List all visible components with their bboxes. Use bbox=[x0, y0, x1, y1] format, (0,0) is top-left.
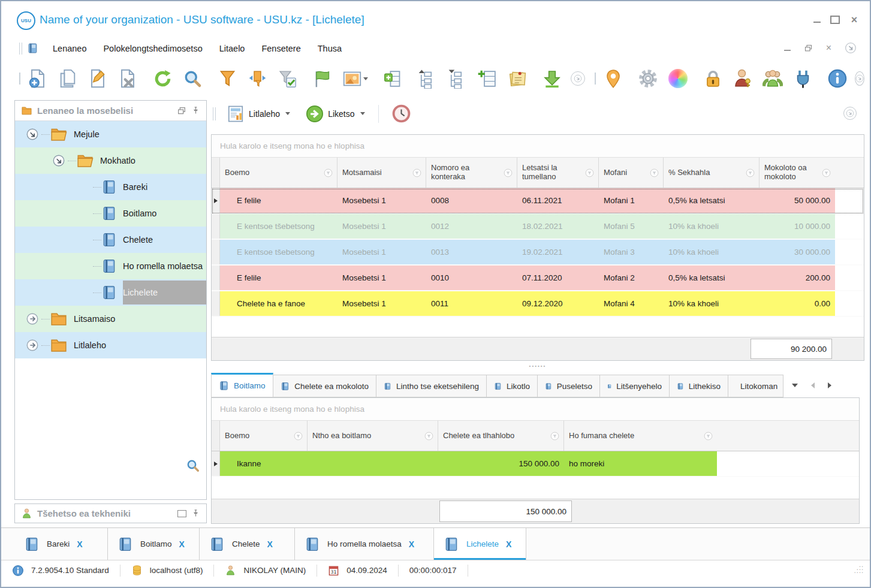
actions-button[interactable]: Liketso bbox=[301, 102, 369, 125]
collapse-all-button[interactable] bbox=[411, 67, 434, 90]
tree-item-mokhatlo[interactable]: Mokhatlo bbox=[15, 147, 206, 174]
detail-tab-litokomane[interactable]: Litokoman bbox=[728, 375, 783, 397]
group-by-panel[interactable]: Hula karolo e itseng mona ho e hlophisa bbox=[212, 135, 864, 158]
notes-button[interactable] bbox=[506, 67, 529, 90]
filter-apply-button[interactable] bbox=[276, 67, 299, 90]
close-button[interactable]: × bbox=[849, 16, 859, 24]
plugin-button[interactable] bbox=[791, 67, 814, 90]
column-header-chelete-ea-tlhahlobo[interactable]: Chelete ea tlhahlobo bbox=[438, 421, 564, 451]
menu-litaelo[interactable]: Litaelo bbox=[211, 40, 254, 57]
column-header-boemo[interactable]: Boemo bbox=[220, 421, 308, 451]
filter-icon[interactable] bbox=[323, 168, 333, 178]
tree-item-litsamaiso[interactable]: Litsamaiso bbox=[15, 306, 206, 332]
group-by-panel[interactable]: Hula karolo e itseng mona ho e hlophisa bbox=[212, 398, 859, 421]
settings-gear-button[interactable] bbox=[637, 67, 659, 90]
scheduler-button[interactable] bbox=[387, 102, 415, 125]
tree-search-button[interactable] bbox=[186, 459, 200, 473]
location-button[interactable] bbox=[602, 67, 625, 90]
column-header-sekhahla[interactable]: % Sekhahla bbox=[664, 158, 760, 188]
menu-thusa[interactable]: Thusa bbox=[309, 40, 350, 57]
reports-dropdown-caret-icon[interactable] bbox=[285, 112, 290, 115]
menu-drag-handle[interactable] bbox=[19, 43, 22, 55]
doc-tab-boitlamo[interactable]: Boitlamo X bbox=[108, 528, 200, 560]
table-row[interactable]: E kentsoe tšebetsong Mosebetsi 1 0013 19… bbox=[212, 240, 864, 266]
subtoolbar-drag-handle[interactable] bbox=[213, 107, 216, 120]
detail-tab-likotlo[interactable]: Likotlo bbox=[487, 375, 538, 397]
expand-all-button[interactable] bbox=[441, 67, 464, 90]
close-tab-icon[interactable]: X bbox=[267, 539, 273, 549]
export-more-chevron-icon[interactable] bbox=[571, 71, 585, 86]
detail-tab-litsenyehelo[interactable]: Litšenyehelo bbox=[600, 375, 670, 397]
filter-icon[interactable] bbox=[703, 431, 713, 441]
filter-icon[interactable] bbox=[550, 431, 560, 441]
tree-item-ho-romella-molaetsa[interactable]: Ho romella molaetsa bbox=[15, 253, 206, 279]
tree-item-mejule[interactable]: Mejule bbox=[15, 121, 206, 147]
doc-tab-lichelete[interactable]: Lichelete X bbox=[434, 528, 526, 560]
float-panel-icon[interactable] bbox=[177, 106, 186, 116]
restore-panel-icon[interactable] bbox=[177, 510, 186, 517]
image-button[interactable] bbox=[340, 67, 369, 90]
tree-item-boitlamo[interactable]: Boitlamo bbox=[15, 200, 206, 227]
table-row[interactable]: Ikanne 150 000.00 ho moreki bbox=[212, 451, 859, 477]
subtoolbar-options-chevron-icon[interactable] bbox=[843, 107, 857, 120]
tree-item-chelete[interactable]: Chelete bbox=[15, 227, 206, 253]
detail-tab-puseletso[interactable]: Puseletso bbox=[538, 375, 600, 397]
minimize-button[interactable] bbox=[813, 17, 821, 23]
table-row[interactable]: E felile Mosebetsi 1 0010 07.11.2020 Mof… bbox=[212, 266, 864, 291]
tree-item-litlaleho[interactable]: Litlaleho bbox=[15, 332, 206, 358]
detail-tab-chelete-ea-mokoloto[interactable]: Chelete ea mokoloto bbox=[273, 375, 376, 397]
filter-icon[interactable] bbox=[424, 431, 434, 441]
expand-down-icon[interactable] bbox=[26, 128, 39, 141]
tree-item-lichelete[interactable]: Lichelete bbox=[15, 279, 206, 306]
mdi-minimize-button[interactable] bbox=[784, 46, 791, 51]
tab-scroll-right-icon[interactable] bbox=[828, 382, 831, 388]
tab-list-dropdown-icon[interactable] bbox=[792, 384, 798, 387]
pin-panel-icon[interactable] bbox=[191, 106, 200, 115]
menu-lenaneo[interactable]: Lenaneo bbox=[44, 40, 95, 57]
mdi-restore-button[interactable] bbox=[804, 44, 813, 53]
expand-right-icon[interactable] bbox=[26, 339, 39, 352]
detail-tab-boitlamo[interactable]: Boitlamo bbox=[211, 373, 273, 397]
filter-columns-button[interactable] bbox=[246, 67, 269, 90]
filter-icon[interactable] bbox=[503, 168, 513, 178]
filter-icon[interactable] bbox=[584, 168, 595, 178]
filter-icon[interactable] bbox=[649, 168, 659, 178]
resize-grip[interactable]: ∙∙∙∙∙∙∙∙∙ bbox=[854, 565, 864, 574]
close-tab-icon[interactable]: X bbox=[409, 539, 414, 549]
delete-document-button[interactable] bbox=[116, 67, 139, 90]
expand-down-icon[interactable] bbox=[52, 154, 65, 167]
actions-dropdown-caret-icon[interactable] bbox=[360, 112, 365, 115]
column-header-nomoro-ea-konteraka[interactable]: Nomoro ea konteraka bbox=[426, 158, 517, 188]
new-document-button[interactable] bbox=[26, 67, 49, 90]
search-icon[interactable] bbox=[186, 459, 200, 473]
pin-panel-icon[interactable] bbox=[191, 509, 200, 518]
flag-button[interactable] bbox=[311, 67, 333, 90]
doc-tab-ho-romella-molaetsa[interactable]: Ho romella molaetsa X bbox=[295, 528, 434, 560]
copy-document-button[interactable] bbox=[56, 67, 79, 90]
table-row[interactable]: E felile Mosebetsi 1 0008 06.11.2021 Mof… bbox=[212, 188, 864, 214]
filter-button[interactable] bbox=[216, 67, 239, 90]
detail-tab-lintho-tse-eketsehileng[interactable]: Lintho tse eketsehileng bbox=[376, 375, 487, 397]
column-header-mofani[interactable]: Mofani bbox=[599, 158, 664, 188]
search-button[interactable] bbox=[181, 67, 204, 90]
tree-item-bareki[interactable]: Bareki bbox=[15, 174, 206, 200]
doc-tab-bareki[interactable]: Bareki X bbox=[14, 528, 108, 560]
users-button[interactable] bbox=[761, 67, 784, 90]
column-header-motsamaisi[interactable]: Motsamaisi bbox=[337, 158, 426, 188]
detail-tab-lithekiso[interactable]: Lithekiso bbox=[670, 375, 728, 397]
mdi-close-button[interactable]: × bbox=[826, 43, 831, 53]
filter-icon[interactable] bbox=[821, 168, 831, 178]
edit-document-button[interactable] bbox=[86, 67, 109, 90]
user-permissions-button[interactable] bbox=[731, 67, 754, 90]
close-tab-icon[interactable]: X bbox=[77, 539, 82, 549]
panel-splitter[interactable]: •••••• bbox=[211, 363, 864, 369]
color-wheel-button[interactable] bbox=[667, 67, 689, 90]
table-row[interactable]: E kentsoe tšebetsong Mosebetsi 1 0012 18… bbox=[212, 214, 864, 240]
column-header-ntho-ea-boitlamo[interactable]: Ntho ea boitlamo bbox=[308, 421, 438, 451]
column-header-letsatsi-la-tumellano[interactable]: Letsatsi la tumellano bbox=[517, 158, 599, 188]
menu-polokelongtshedimosetso[interactable]: Polokelongtshedimosetso bbox=[95, 40, 210, 57]
refresh-button[interactable] bbox=[151, 67, 174, 90]
reports-button[interactable]: Litlaleho bbox=[222, 102, 295, 125]
info-button[interactable] bbox=[826, 67, 849, 90]
column-header-ho-fumana-chelete[interactable]: Ho fumana chelete bbox=[564, 421, 717, 451]
